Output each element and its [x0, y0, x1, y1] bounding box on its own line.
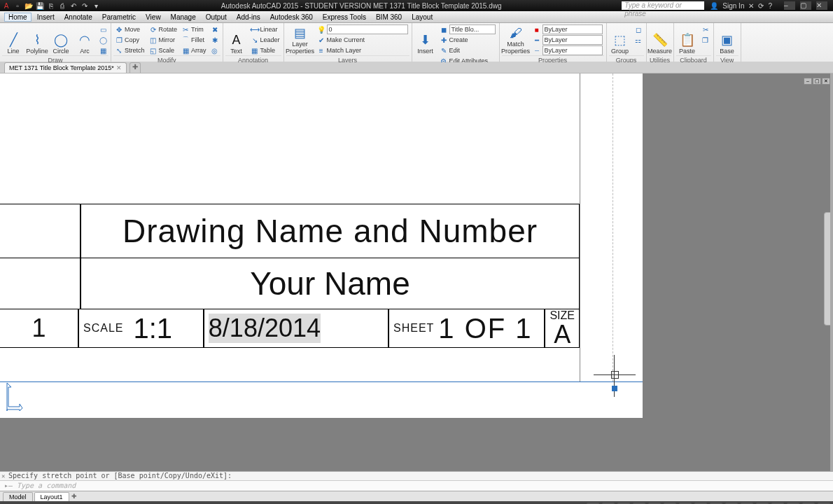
ungroup-icon: ◻ [634, 25, 643, 34]
move-button[interactable]: ✥Move [113, 24, 146, 34]
lweight-select[interactable]: ━ByLayer [531, 35, 604, 45]
vp-minimize-icon[interactable]: – [804, 78, 812, 85]
editattr-button[interactable]: ⚙Edit Attributes [438, 56, 497, 63]
copy-button[interactable]: ❐Copy [113, 35, 146, 45]
mirror-button[interactable]: ◫Mirror [148, 35, 179, 45]
command-line[interactable]: Type a command [0, 480, 833, 491]
saveas-icon[interactable]: ⎘ [46, 1, 56, 10]
circle-button[interactable]: ◯Circle [50, 24, 72, 55]
document-tab[interactable]: MET 1371 Title Block Template 2015*✕ [4, 62, 127, 73]
tab-home[interactable]: Home [4, 13, 31, 22]
panel-modify-title[interactable]: Modify [113, 55, 220, 63]
new-icon[interactable]: ▫ [13, 1, 22, 10]
qat-dropdown-icon[interactable]: ▾ [91, 1, 101, 10]
line-button[interactable]: ╱Line [2, 24, 24, 55]
new-tab-button[interactable]: ✚ [130, 62, 141, 73]
tab-model[interactable]: Model [3, 492, 33, 501]
editblock-button[interactable]: ✎Edit [438, 46, 497, 55]
save-icon[interactable]: 💾 [35, 1, 45, 10]
signin-label[interactable]: Sign In [722, 2, 744, 10]
layer-select[interactable]: 💡0 [316, 24, 410, 34]
close-button[interactable]: ✕ [816, 1, 827, 10]
drawing-area[interactable]: – ▢ ✕ Drawing Name and Number Your Name … [0, 74, 833, 471]
open-icon[interactable]: 📂 [24, 1, 34, 10]
undo-icon[interactable]: ↶ [69, 1, 78, 10]
help-icon[interactable]: ? [768, 2, 772, 10]
table-button[interactable]: ▦Table [249, 46, 281, 55]
panel-clipboard-title[interactable]: Clipboard [676, 55, 711, 63]
paste-button[interactable]: 📋Paste [676, 24, 699, 55]
vp-close-icon[interactable]: ✕ [822, 78, 830, 85]
cut-button[interactable]: ✂ [700, 24, 711, 34]
panel-annotation-title[interactable]: Annotation [225, 55, 281, 63]
scale-button[interactable]: ◱Scale [148, 46, 179, 55]
panel-props-title[interactable]: Properties [502, 55, 604, 63]
draw-ext2-button[interactable]: ◯ [97, 35, 108, 45]
base-button[interactable]: ▣Base [716, 24, 738, 55]
panel-block: ⬇Insert ◼Title Blo... ✚Create ✎Edit ⚙Edi… [412, 23, 500, 62]
matchprops-button[interactable]: 🖌Match Properties [502, 24, 530, 55]
color-select[interactable]: ■ByLayer [531, 24, 604, 34]
tab-layout1[interactable]: Layout1 [34, 492, 69, 501]
group-ext2[interactable]: ⚏ [633, 35, 644, 45]
tab-output[interactable]: Output [202, 13, 231, 21]
exchange-icon[interactable]: ✕ [748, 2, 754, 10]
modify-ext3-button[interactable]: ◎ [209, 46, 220, 55]
app-icon[interactable]: A [1, 1, 11, 10]
minimize-button[interactable]: – [784, 1, 795, 10]
trim-button[interactable]: ✂Trim [180, 24, 208, 34]
polyline-button[interactable]: ⌇Polyline [26, 24, 48, 55]
insert-button[interactable]: ⬇Insert [414, 24, 437, 55]
array-button[interactable]: ▦Array [180, 46, 208, 55]
block-select[interactable]: ◼Title Blo... [438, 24, 497, 34]
fillet-button[interactable]: ⌒Fillet [180, 35, 208, 45]
layout-add-button[interactable]: ✚ [71, 493, 78, 500]
redo-icon[interactable]: ↷ [80, 1, 90, 10]
measure-button[interactable]: 📏Measure [649, 24, 671, 55]
tab-layout[interactable]: Layout [407, 13, 437, 21]
makecurrent-button[interactable]: ✔Make Current [316, 35, 410, 45]
tab-express[interactable]: Express Tools [318, 13, 370, 21]
draw-ext1-button[interactable]: ▭ [97, 24, 108, 34]
arc-button[interactable]: ◠Arc [74, 24, 96, 55]
search-input[interactable]: Type a keyword or phrase [622, 1, 704, 10]
tab-a360[interactable]: Autodesk 360 [266, 13, 317, 21]
ltype-select[interactable]: ┄ByLayer [531, 46, 604, 55]
tab-manage[interactable]: Manage [167, 13, 200, 21]
create-button[interactable]: ✚Create [438, 35, 497, 45]
tab-bim360[interactable]: BIM 360 [372, 13, 406, 21]
modify-ext2-button[interactable]: ✱ [209, 35, 220, 45]
panel-layers-title[interactable]: Layers [286, 55, 410, 63]
stretch-button[interactable]: ⤡Stretch [113, 46, 146, 55]
vp-maximize-icon[interactable]: ▢ [813, 78, 821, 85]
draw-ext3-button[interactable]: ▦ [97, 46, 108, 55]
panel-view-title[interactable]: View [716, 55, 738, 63]
panel-groups-title[interactable]: Groups [609, 55, 644, 63]
layerprops-button[interactable]: ▤Layer Properties [286, 24, 314, 55]
leader-button[interactable]: ↘Leader [249, 35, 281, 45]
maximize-button[interactable]: ▢ [800, 1, 811, 10]
linear-button[interactable]: ⟷Linear [249, 24, 281, 34]
tab-parametric[interactable]: Parametric [98, 13, 140, 21]
text-button[interactable]: AText [225, 24, 248, 55]
tab-view[interactable]: View [141, 13, 165, 21]
plot-icon[interactable]: ⎙ [57, 1, 67, 10]
rotate-button[interactable]: ⟳Rotate [148, 24, 179, 34]
tab-annotate[interactable]: Annotate [60, 13, 97, 21]
tab-addins[interactable]: Add-ins [232, 13, 265, 21]
grip[interactable] [612, 386, 617, 391]
modify-ext1-button[interactable]: ✖ [209, 24, 220, 34]
cloud-icon[interactable]: ⟳ [758, 2, 764, 10]
group-ext1[interactable]: ◻ [633, 24, 644, 34]
group-button[interactable]: ⬚Group [609, 24, 631, 55]
scrollbar[interactable] [830, 74, 833, 471]
paper-space[interactable]: Drawing Name and Number Your Name 1 SCAL… [0, 74, 643, 418]
copyclip-button[interactable]: ❐ [700, 35, 711, 45]
cmd-close-icon[interactable]: ✕ [1, 472, 5, 480]
matchlayer-button[interactable]: ≡Match Layer [316, 46, 410, 55]
tb-date-value[interactable]: 8/18/2014 [209, 314, 321, 343]
panel-utilities-title[interactable]: Utilities [649, 55, 671, 63]
signin-icon[interactable]: 👤 [710, 2, 718, 10]
tab-insert[interactable]: Insert [33, 13, 59, 21]
close-tab-icon[interactable]: ✕ [116, 63, 122, 73]
